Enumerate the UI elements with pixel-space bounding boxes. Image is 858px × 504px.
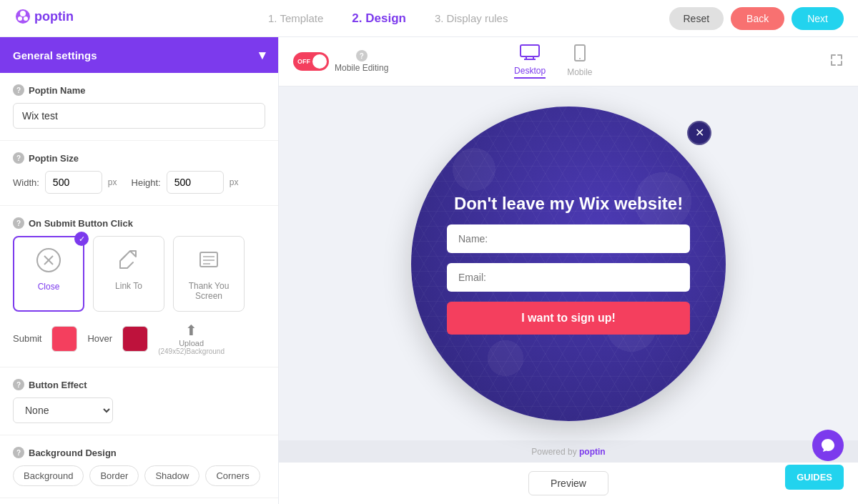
check-icon: ✓ [74,232,89,246]
top-nav: poptin 1. Template 2. Design 3. Display … [0,0,858,37]
mobile-editing-label: Mobile Editing [335,63,388,73]
background-design-label: ? Background Design [13,447,265,458]
hover-color-swatch[interactable] [122,326,148,352]
bg-tab-corners[interactable]: Corners [205,465,260,486]
desktop-label: Desktop [514,66,546,76]
link-option-label: Link To [102,281,155,291]
submit-option-thankyou[interactable]: Thank You Screen [173,236,245,312]
toggle-wrap: OFF ? Mobile Editing [293,50,388,73]
device-tabs: Desktop Mobile [514,44,592,79]
svg-point-2 [18,16,22,21]
canvas: ✕ Don't leave my Wix website! I want to … [279,87,858,440]
poptin-name-label: ? Poptin Name [13,84,265,96]
bg-tab-shadow[interactable]: Shadow [144,465,199,486]
background-design-section: ? Background Design Background Border Sh… [0,435,278,498]
bg-tabs: Background Border Shadow Corners [13,465,265,486]
button-effect-label: ? Button Effect [13,379,265,390]
height-unit: px [230,177,239,187]
height-group: Height: px [132,171,239,194]
toggle-knob [312,54,327,69]
color-row: Submit Hover ⬆ Upload (249x52)Background [13,322,265,355]
nav-step-template[interactable]: 1. Template [268,12,323,24]
poptin-size-section: ? Poptin Size Width: px Height: px [0,141,278,206]
help-icon-size[interactable]: ? [13,152,24,164]
collapse-icon[interactable]: ▾ [259,47,265,63]
nav-step-design[interactable]: 2. Design [352,11,406,26]
thankyou-option-icon [182,247,235,277]
mobile-label: Mobile [567,67,592,77]
help-icon-effect[interactable]: ? [13,379,24,390]
desktop-icon [520,44,540,64]
nav-step-display-rules[interactable]: 3. Display rules [435,12,508,24]
upload-icon: ⬆ [185,322,197,339]
submit-option-close[interactable]: ✓ Close [13,236,84,312]
guides-button[interactable]: GUIDES [785,465,844,490]
submit-option-link[interactable]: Link To [93,236,164,312]
device-tab-mobile[interactable]: Mobile [567,44,592,79]
poptin-size-label: ? Poptin Size [13,152,265,164]
height-label: Height: [132,177,161,188]
button-effect-section: ? Button Effect None [0,367,278,435]
preview-btn-wrap: Preview [279,462,858,504]
effect-row: None [13,397,265,423]
mobile-editing-toggle[interactable]: OFF [293,52,329,71]
svg-point-3 [24,16,28,21]
main-layout: General settings ▾ ? Poptin Name ? Popti… [0,37,858,504]
popup-title: Don't leave my Wix website! [454,192,683,214]
submit-options: ✓ Close [13,236,265,312]
popup-close-button[interactable]: ✕ [687,121,711,145]
chat-button[interactable] [812,430,844,461]
popup-content: Don't leave my Wix website! I want to si… [447,192,690,335]
close-option-label: Close [23,282,74,292]
popup-modal: ✕ Don't leave my Wix website! I want to … [411,107,726,421]
poptin-name-input[interactable] [13,103,265,129]
submit-color-swatch[interactable] [51,326,77,352]
bg-tab-border[interactable]: Border [89,465,139,486]
svg-rect-12 [521,45,539,56]
powered-by-text: Powered by poptin [531,447,605,457]
sidebar-header: General settings ▾ [0,37,278,73]
size-row: Width: px Height: px [13,171,265,194]
upload-sublabel: (249x52)Background [158,347,225,355]
next-button[interactable]: Next [792,7,844,30]
bg-tab-background[interactable]: Background [13,465,84,486]
width-group: Width: px [13,171,117,194]
expand-icon[interactable] [829,53,844,71]
mobile-icon [574,44,586,66]
hover-color-label: Hover [87,333,112,344]
help-icon-submit[interactable]: ? [13,217,24,229]
popup-email-input[interactable] [447,263,690,292]
device-tab-desktop[interactable]: Desktop [514,44,546,79]
button-effect-select[interactable]: None [13,397,113,423]
svg-text:poptin: poptin [34,9,74,24]
nav-actions: Reset Back Next [669,7,844,30]
width-label: Width: [13,177,39,188]
reset-button[interactable]: Reset [669,7,724,30]
width-unit: px [108,177,117,187]
on-submit-section: ? On Submit Button Click ✓ Close [0,206,278,367]
close-option-icon [23,247,74,277]
help-icon-mobile[interactable]: ? [356,50,368,61]
nav-steps: 1. Template 2. Design 3. Display rules [107,11,669,26]
powered-by: Powered by poptin [279,440,858,462]
popup-submit-button[interactable]: I want to sign up! [447,302,690,335]
link-option-icon [102,247,155,277]
preview-toolbar: OFF ? Mobile Editing [279,37,858,87]
svg-point-17 [579,58,581,59]
logo: poptin [14,6,79,31]
sidebar: General settings ▾ ? Poptin Name ? Popti… [0,37,279,504]
submit-color-label: Submit [13,333,41,344]
width-input[interactable] [45,171,102,194]
preview-button[interactable]: Preview [528,471,608,495]
height-input[interactable] [167,171,224,194]
upload-area[interactable]: ⬆ Upload (249x52)Background [158,322,225,355]
svg-point-1 [20,11,26,16]
poptin-name-section: ? Poptin Name [0,73,278,141]
popup-name-input[interactable] [447,224,690,253]
help-icon-name[interactable]: ? [13,84,24,96]
preview-area: OFF ? Mobile Editing [279,37,858,504]
svg-rect-8 [200,252,217,267]
back-button[interactable]: Back [731,7,784,30]
help-icon-bg[interactable]: ? [13,447,24,458]
upload-label: Upload [179,339,204,347]
